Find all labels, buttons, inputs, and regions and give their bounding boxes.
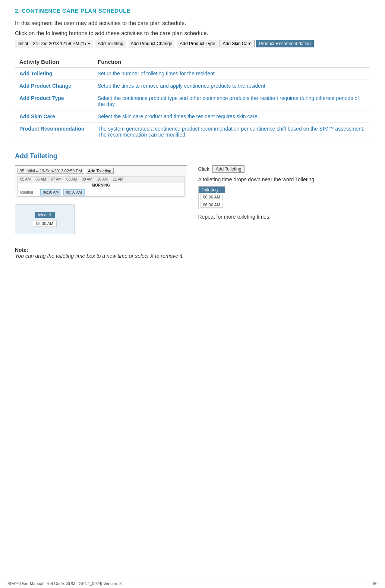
activity-function-2: Select the continence product type and o… [93, 92, 370, 110]
toileting-two-col: 95 Initial – 19-Sep-2013 02:59 PM Add To… [15, 165, 370, 240]
time-cell-08am: 08 AM [64, 176, 79, 182]
table-row: Add Product ChangeSetup the times to rem… [15, 80, 370, 92]
repeat-text: Repeat for more toileting times. [198, 214, 370, 220]
activity-table: Activity Button Function Add ToiletingSe… [15, 56, 370, 141]
click-instruction: Click Add Toileting [198, 165, 370, 173]
mock-add-toileting-btn[interactable]: Add Toileting [86, 168, 114, 174]
toileting-time-cell-2[interactable]: 06:00 AM [201, 202, 223, 208]
table-row: Product RecommendationThe system generat… [15, 123, 370, 141]
add-toileting-inline-btn[interactable]: Add Toileting [212, 165, 245, 173]
table-row: Add Product TypeSelect the continence pr… [15, 92, 370, 110]
toileting-desc1: A toileting time drops down near the wor… [198, 176, 370, 182]
click-label: Click [198, 166, 209, 172]
add-toileting-btn-toolbar[interactable]: Add Toileting [95, 40, 126, 47]
time-cell-09am: 09 AM [79, 176, 95, 182]
activity-function-4: The system generates a continence produc… [93, 123, 370, 141]
table-row: Add ToiletingSetup the number of toileti… [15, 68, 370, 80]
footer-left: SIM™ User Manual | Ref Code: SUM | GEN4_… [7, 581, 122, 586]
add-toileting-title: Add Toileting [15, 152, 370, 160]
toileting-schedule-row: Toileting 06:30 AM 08:30 AM [18, 188, 184, 196]
initial-x-btn[interactable]: Initial X [35, 212, 54, 218]
toileting-preview-row2: 06:00 AM [199, 201, 225, 209]
intro-paragraph-2: Click on the following buttons to add th… [15, 30, 370, 36]
add-skin-care-btn-toolbar[interactable]: Add Skin Care [220, 40, 254, 47]
activity-function-0: Setup the number of toileting times for … [93, 68, 370, 80]
activity-function-3: Select the skin care product and times t… [93, 110, 370, 123]
add-product-change-btn-toolbar[interactable]: Add Product Change [128, 40, 175, 47]
activity-btn-label-3: Add Skin Care [15, 110, 93, 123]
activity-function-1: Setup the times to remove and apply cont… [93, 80, 370, 92]
time-cell-07am: 07 AM [49, 176, 64, 182]
toileting-right-col: Click Add Toileting A toileting time dro… [198, 165, 370, 240]
toileting-row-label: Toileting [19, 190, 38, 194]
time-box-2[interactable]: 08:30 AM [63, 189, 84, 196]
toileting-preview: Toileting 06:00 AM 06:00 AM [198, 186, 225, 209]
footer-right: 80 [373, 581, 378, 586]
section-heading: 2. CONTINENCE CARE PLAN SCHEDULE [15, 7, 370, 14]
mock-toolbar: 95 Initial – 19-Sep-2013 02:59 PM Add To… [18, 168, 184, 174]
note-text: You can drag the toileting time box to a… [15, 253, 184, 259]
activity-btn-label-2: Add Product Type [15, 92, 93, 110]
note-section: Note: You can drag the toileting time bo… [15, 247, 370, 259]
initial-label: Initial [38, 213, 47, 217]
toolbar: Initial – 24-Dec-2013 12:58 PM (1) Add T… [15, 40, 370, 47]
add-product-type-btn-toolbar[interactable]: Add Product Type [177, 40, 218, 47]
intro-paragraph-1: In this segment the user may add activit… [15, 20, 370, 26]
initial-dropdown[interactable]: Initial – 24-Dec-2013 12:58 PM (1) [15, 40, 93, 47]
time-box-1[interactable]: 06:30 AM [40, 189, 61, 196]
activity-btn-label-1: Add Product Change [15, 80, 93, 92]
schedule-screenshot: 95 Initial – 19-Sep-2013 02:59 PM Add To… [15, 165, 187, 199]
col-activity-header: Activity Button [15, 56, 93, 68]
toileting-preview-row1: 06:00 AM [199, 193, 225, 201]
mock-schedule: 05 AM 06 AM 07 AM 08 AM 09 AM 10 AM 11 A… [18, 176, 184, 197]
footer: SIM™ User Manual | Ref Code: SUM | GEN4_… [0, 579, 385, 588]
time-cell-05am: 05 AM [18, 176, 33, 182]
table-row: Add Skin CareSelect the skin care produc… [15, 110, 370, 123]
toileting-time-cell-1[interactable]: 06:00 AM [201, 194, 223, 200]
activity-btn-label-4: Product Recommendation [15, 123, 93, 141]
time-cell-06am: 06 AM [33, 176, 48, 182]
morning-label: MORNING [18, 182, 184, 188]
activity-btn-label-0: Add Toileting [15, 68, 93, 80]
drag-screenshot: Initial X 08:30 AM [15, 204, 75, 234]
time-cell-10am: 10 AM [95, 176, 110, 182]
product-recommendation-btn-toolbar[interactable]: Product Recommendation [256, 40, 314, 47]
col-function-header: Function [93, 56, 370, 68]
toileting-preview-header: Toileting [199, 187, 225, 193]
time-cell-11am: 11 AM [110, 176, 126, 182]
x-icon[interactable]: X [49, 213, 51, 217]
toileting-left-col: 95 Initial – 19-Sep-2013 02:59 PM Add To… [15, 165, 187, 240]
note-label: Note: [15, 247, 28, 253]
mock-dropdown: 95 Initial – 19-Sep-2013 02:59 PM [18, 168, 84, 174]
time-header-row: 05 AM 06 AM 07 AM 08 AM 09 AM 10 AM 11 A… [18, 176, 184, 182]
drag-time-input[interactable]: 08:30 AM [33, 220, 57, 227]
